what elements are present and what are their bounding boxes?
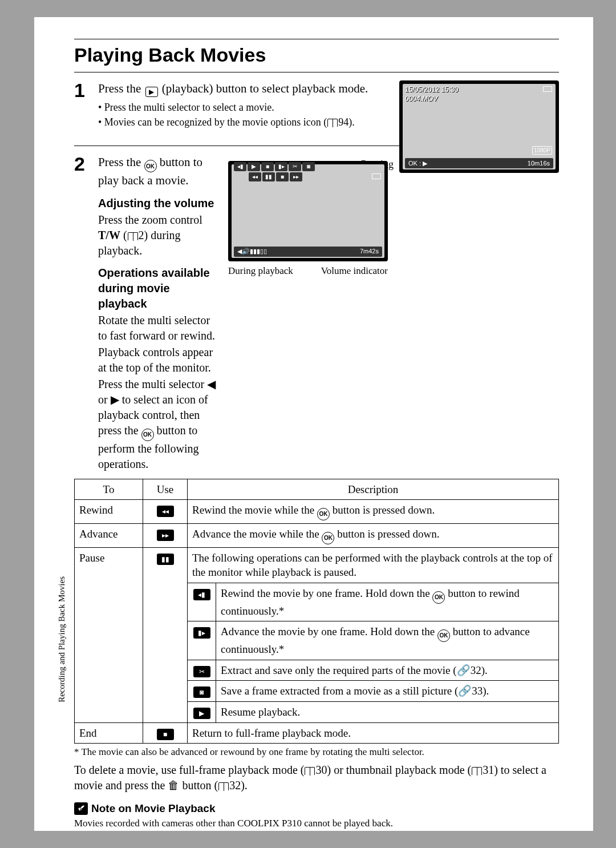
table-row: Advance ▸▸ Advance the movie while the O… [75, 523, 559, 547]
step-2: 2 Press the OK button to play back a mov… [74, 154, 217, 472]
volume-indicator-label: Volume indicator [321, 265, 388, 278]
during-playback-label: During playback [228, 265, 293, 278]
scissors-icon: ✂ [193, 666, 210, 677]
page-number: 96 [74, 806, 84, 817]
ok-icon: OK [437, 629, 450, 642]
play-icon: ▶ [193, 708, 210, 719]
battery-icon [543, 86, 552, 92]
col-to: To [75, 479, 143, 500]
ok-icon: OK [432, 591, 445, 604]
ok-icon: OK [317, 508, 330, 520]
table-row: Pause ▮▮ The following operations can be… [75, 547, 559, 583]
book-icon [218, 782, 229, 790]
stop-icon: ■ [157, 729, 174, 740]
book-icon [327, 119, 338, 127]
battery-icon [372, 173, 381, 179]
adjusting-volume-heading: Adjusting the volume [98, 196, 217, 211]
ok-icon: OK [322, 532, 334, 544]
col-desc: Description [188, 479, 559, 500]
col-use: Use [143, 479, 188, 500]
book-icon [472, 767, 482, 775]
note-body: Movies recorded with cameras other than … [74, 817, 559, 830]
screen-illustration-2: Pausing ◂▮▶■▮▸✂◙ ◂◂▮▮■▸▸ ◀🔊▮▮▮▯▯7m42s Du… [228, 161, 388, 278]
step-1: 1 Press the ▶ (playback) button to selec… [74, 80, 388, 131]
operations-heading: Operations available during movie playba… [98, 265, 217, 312]
screen-filename: 0004.MOV [405, 94, 437, 103]
playback-icon: ▶ [145, 87, 158, 97]
operations-table: To Use Description Rewind ◂◂ Rewind the … [74, 479, 559, 744]
bullet: Movies can be recognized by the movie op… [98, 115, 388, 129]
duration-text: 7m42s [360, 247, 379, 256]
note-heading: ✔ Note on Movie Playback [74, 801, 559, 816]
screen-date: 15/05/2012 15:30 [405, 85, 458, 94]
right-arrow-icon: ▶ [111, 393, 119, 406]
rewind-icon: ◂◂ [157, 506, 174, 517]
save-frame-icon: ◙ [193, 687, 210, 698]
trash-icon: 🗑 [168, 779, 179, 792]
duration-text: 10m16s [528, 159, 550, 168]
control-row-play: ◂◂▮▮■▸▸ [249, 172, 302, 181]
resolution-badge: 1080P [532, 146, 552, 155]
bullet: Press the multi selector to select a mov… [98, 100, 388, 114]
screen-illustration-1: 15/05/2012 15:30 0004.MOV 1080P OK : ▶10… [399, 80, 559, 173]
ok-icon: OK [141, 429, 154, 441]
book-icon [305, 767, 315, 775]
frame-back-icon: ◂▮ [193, 589, 210, 600]
footnote: * The movie can also be advanced or rewo… [74, 746, 559, 759]
pause-icon: ▮▮ [157, 554, 174, 565]
vol-indicator: ◀🔊▮▮▮▯▯ [237, 247, 267, 256]
ok-icon: OK [144, 160, 157, 172]
table-row: End ■ Return to full-frame playback mode… [75, 722, 559, 744]
book-icon [128, 232, 138, 240]
control-row-pause: ◂▮▶■▮▸✂◙ [234, 162, 315, 171]
frame-fwd-icon: ▮▸ [193, 627, 210, 639]
advance-icon: ▸▸ [157, 530, 174, 541]
ref-icon: 🔗 [457, 664, 471, 676]
page-title: Playing Back Movies [74, 44, 559, 66]
table-row: Rewind ◂◂ Rewind the movie while the OK … [75, 500, 559, 524]
delete-text: To delete a movie, use full-frame playba… [74, 762, 559, 793]
section-tab: Recording and Playing Back Movies [57, 576, 67, 702]
ref-icon: 🔗 [458, 685, 472, 697]
left-arrow-icon: ◀ [207, 378, 216, 390]
